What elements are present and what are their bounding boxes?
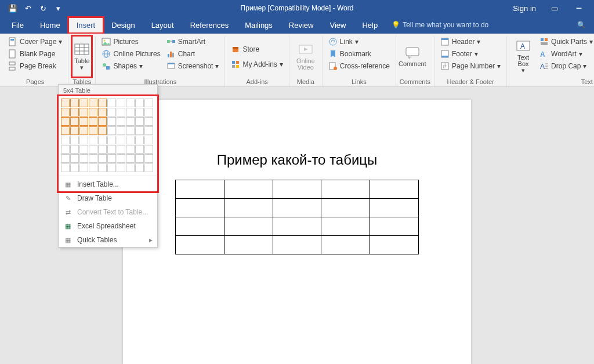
grid-cell[interactable] xyxy=(61,126,70,135)
grid-cell[interactable] xyxy=(70,163,79,172)
grid-cell[interactable] xyxy=(98,117,107,126)
bookmark[interactable]: Bookmark xyxy=(326,48,392,60)
grid-cell[interactable] xyxy=(117,145,125,154)
grid-cell[interactable] xyxy=(107,99,116,107)
grid-cell[interactable] xyxy=(126,126,135,135)
quick-tables-menu[interactable]: ▦Quick Tables▸ xyxy=(59,233,157,247)
tab-layout[interactable]: Layout xyxy=(143,17,182,33)
grid-cell[interactable] xyxy=(98,99,107,107)
undo-icon[interactable]: ↶ xyxy=(21,2,35,14)
excel-spreadsheet-menu[interactable]: ▦Excel Spreadsheet xyxy=(59,219,157,233)
grid-cell[interactable] xyxy=(98,154,107,163)
tab-design[interactable]: Design xyxy=(103,17,143,33)
grid-cell[interactable] xyxy=(117,136,125,144)
cross-reference[interactable]: Cross-reference xyxy=(326,60,392,72)
grid-cell[interactable] xyxy=(79,99,88,107)
grid-cell[interactable] xyxy=(144,108,153,117)
grid-cell[interactable] xyxy=(79,126,88,135)
grid-cell[interactable] xyxy=(144,117,153,126)
grid-cell[interactable] xyxy=(89,99,97,107)
grid-cell[interactable] xyxy=(89,117,97,126)
shapes[interactable]: Shapes ▾ xyxy=(99,60,162,72)
page[interactable]: Пример какой-то табицы xyxy=(123,100,471,364)
grid-cell[interactable] xyxy=(126,117,135,126)
link[interactable]: Link ▾ xyxy=(326,36,392,48)
tab-references[interactable]: References xyxy=(182,17,237,33)
grid-cell[interactable] xyxy=(117,108,125,117)
grid-cell[interactable] xyxy=(135,145,144,154)
text-box[interactable]: A Text Box▾ xyxy=(510,36,536,77)
tab-file[interactable]: File xyxy=(3,17,32,33)
grid-cell[interactable] xyxy=(126,163,135,172)
grid-cell[interactable] xyxy=(98,126,107,135)
grid-cell[interactable] xyxy=(135,126,144,135)
doc-table[interactable] xyxy=(175,180,419,254)
grid-cell[interactable] xyxy=(126,99,135,107)
tab-mailings[interactable]: Mailings xyxy=(237,17,281,33)
tab-home[interactable]: Home xyxy=(32,17,68,33)
grid-cell[interactable] xyxy=(144,145,153,154)
redo-icon[interactable]: ↻ xyxy=(36,2,50,14)
grid-cell[interactable] xyxy=(89,126,97,135)
grid-cell[interactable] xyxy=(61,145,70,154)
smartart[interactable]: SmartArt xyxy=(164,36,222,48)
chart[interactable]: Chart xyxy=(164,48,222,60)
grid-cell[interactable] xyxy=(70,136,79,144)
grid-cell[interactable] xyxy=(89,163,97,172)
grid-cell[interactable] xyxy=(126,154,135,163)
online-video[interactable]: Online Video xyxy=(293,36,318,77)
grid-cell[interactable] xyxy=(89,108,97,117)
grid-cell[interactable] xyxy=(98,108,107,117)
grid-cell[interactable] xyxy=(144,154,153,163)
grid-cell[interactable] xyxy=(79,145,88,154)
grid-cell[interactable] xyxy=(61,136,70,144)
grid-cell[interactable] xyxy=(79,108,88,117)
doc-heading[interactable]: Пример какой-то табицы xyxy=(158,152,436,168)
insert-table-menu[interactable]: ▦Insert Table... xyxy=(59,177,157,191)
grid-cell[interactable] xyxy=(107,136,116,144)
grid-cell[interactable] xyxy=(98,163,107,172)
grid-cell[interactable] xyxy=(70,126,79,135)
save-icon[interactable]: 💾 xyxy=(6,2,20,14)
grid-cell[interactable] xyxy=(135,117,144,126)
grid-cell[interactable] xyxy=(126,136,135,144)
share-icon[interactable]: 🔍 xyxy=(569,17,594,32)
minimize-icon[interactable]: − xyxy=(567,2,591,14)
wordart[interactable]: AWordArt ▾ xyxy=(537,48,594,60)
comment[interactable]: Comment xyxy=(400,36,425,77)
grid-cell[interactable] xyxy=(126,108,135,117)
cover-page[interactable]: Cover Page ▾ xyxy=(6,36,64,48)
grid-cell[interactable] xyxy=(135,99,144,107)
grid-cell[interactable] xyxy=(89,145,97,154)
sign-in[interactable]: Sign in xyxy=(507,2,542,14)
grid-cell[interactable] xyxy=(61,99,70,107)
store[interactable]: Store xyxy=(229,43,285,55)
grid-cell[interactable] xyxy=(70,108,79,117)
grid-cell[interactable] xyxy=(61,163,70,172)
grid-cell[interactable] xyxy=(117,154,125,163)
grid-cell[interactable] xyxy=(135,154,144,163)
grid-cell[interactable] xyxy=(107,163,116,172)
ribbon-display-icon[interactable]: ▭ xyxy=(543,2,566,14)
grid-cell[interactable] xyxy=(135,108,144,117)
tab-help[interactable]: Help xyxy=(354,17,386,33)
grid-cell[interactable] xyxy=(117,163,125,172)
grid-cell[interactable] xyxy=(79,154,88,163)
grid-cell[interactable] xyxy=(117,126,125,135)
qat-more-icon[interactable]: ▾ xyxy=(51,2,65,14)
grid-cell[interactable] xyxy=(70,145,79,154)
screenshot[interactable]: Screenshot ▾ xyxy=(164,60,222,72)
draw-table-menu[interactable]: ✎Draw Table xyxy=(59,191,157,205)
footer[interactable]: Footer ▾ xyxy=(438,48,503,60)
grid-cell[interactable] xyxy=(61,117,70,126)
my-addins[interactable]: My Add-ins ▾ xyxy=(229,59,285,70)
quick-parts[interactable]: Quick Parts ▾ xyxy=(537,36,594,48)
grid-cell[interactable] xyxy=(89,136,97,144)
pictures[interactable]: Pictures xyxy=(99,36,162,48)
grid-cell[interactable] xyxy=(126,145,135,154)
tab-review[interactable]: Review xyxy=(281,17,322,33)
grid-cell[interactable] xyxy=(107,108,116,117)
grid-cell[interactable] xyxy=(135,136,144,144)
online-pictures[interactable]: Online Pictures xyxy=(99,48,162,60)
page-break[interactable]: Page Break xyxy=(6,60,64,72)
